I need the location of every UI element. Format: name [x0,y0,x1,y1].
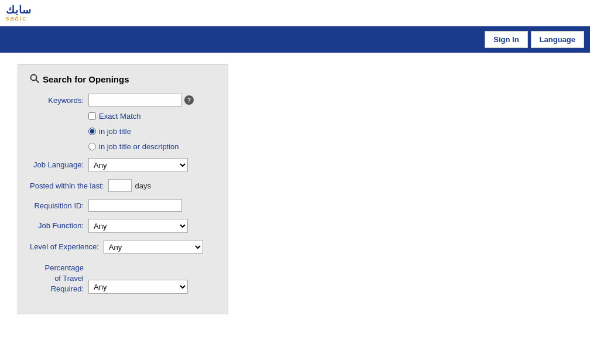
posted-within-field: days [108,179,216,192]
job-language-label: Job Language: [30,158,88,170]
search-panel: Search for Openings Keywords: ? Exact Ma… [18,64,228,314]
job-function-field: Any [88,219,216,233]
help-icon[interactable]: ? [184,95,194,105]
sign-in-button[interactable]: Sign In [485,31,527,48]
main-content: Search for Openings Keywords: ? Exact Ma… [0,53,590,326]
radio-in-job-title[interactable] [88,128,96,135]
job-function-select[interactable]: Any [88,219,188,233]
keywords-input-row: ? [88,94,216,107]
keywords-row: Keywords: ? Exact Match in job title [30,94,216,151]
posted-within-row: Posted within the last: days [30,179,216,192]
logo-container: سابك sabic [6,5,32,22]
requisition-id-label: Requisition ID: [30,199,88,211]
exact-match-label[interactable]: Exact Match [99,112,141,121]
logo-arabic: سابك [6,5,32,15]
job-language-field: Any English Arabic [88,158,216,172]
posted-within-label: Posted within the last: [30,179,108,191]
level-of-experience-row: Level of Experience: Any [30,240,216,254]
days-label: days [135,181,150,190]
keywords-input[interactable] [88,94,182,107]
percentage-of-travel-select[interactable]: Any [88,280,188,294]
job-function-row: Job Function: Any [30,219,216,233]
exact-match-row: Exact Match [88,112,216,121]
search-icon [30,74,39,85]
search-panel-title: Search for Openings [30,74,216,85]
days-input[interactable] [108,179,132,192]
search-openings-title: Search for Openings [43,74,129,84]
radio-in-job-title-or-desc-label[interactable]: in job title or description [99,142,179,151]
requisition-id-field [88,199,216,212]
keywords-field: ? Exact Match in job title in job title … [88,94,216,151]
level-of-experience-select[interactable]: Any [104,240,203,254]
job-function-label: Job Function: [30,219,88,231]
logo-area: سابك sabic [6,5,32,22]
requisition-id-input[interactable] [88,199,182,212]
radio-in-job-title-or-desc-row: in job title or description [88,142,216,151]
top-bar: سابك sabic [0,0,590,26]
percentage-of-travel-field: Any [88,261,216,294]
radio-in-job-title-row: in job title [88,127,216,136]
svg-line-1 [36,80,39,83]
percentage-of-travel-row: Percentageof TravelRequired: Any [30,261,216,295]
exact-match-checkbox[interactable] [88,112,96,120]
radio-in-job-title-label[interactable]: in job title [99,127,131,136]
job-language-row: Job Language: Any English Arabic [30,158,216,172]
job-language-select[interactable]: Any English Arabic [88,158,188,172]
keywords-label: Keywords: [30,94,88,106]
radio-in-job-title-or-desc[interactable] [88,143,96,150]
nav-bar: Sign In Language [0,26,590,53]
language-button[interactable]: Language [531,31,584,48]
logo-english: sabic [6,15,32,22]
requisition-id-row: Requisition ID: [30,199,216,212]
level-of-experience-label: Level of Experience: [30,240,104,252]
level-of-experience-field: Any [104,240,216,254]
percentage-of-travel-label: Percentageof TravelRequired: [30,261,88,295]
days-row: days [108,179,216,192]
